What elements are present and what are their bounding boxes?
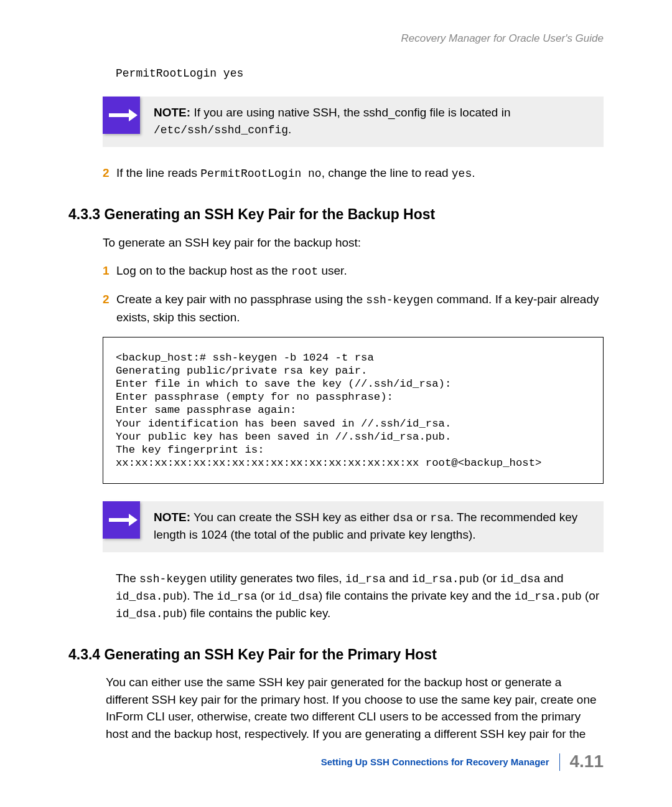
heading-434: 4.3.4 Generating an SSH Key Pair for the…	[68, 644, 604, 665]
note-body-b: or	[413, 511, 430, 524]
step-row-permit-change: 2 If the line reads PermitRootLogin no, …	[103, 164, 604, 182]
step-row-keygen: 2 Create a key pair with no passphrase u…	[103, 291, 604, 326]
t: The	[116, 572, 139, 585]
para-generated-files: The ssh-keygen utility generates two fil…	[116, 570, 604, 622]
c: id_dsa.pub	[116, 590, 183, 603]
heading-433: 4.3.3 Generating an SSH Key Pair for the…	[68, 204, 604, 225]
t: ) file contains the private key and the	[319, 589, 515, 602]
t: ) file contains the public key.	[183, 606, 330, 620]
step-text-b: user.	[318, 264, 347, 277]
note-body-b: .	[288, 123, 291, 136]
code-permitrootlogin: PermitRootLogin yes	[116, 65, 604, 82]
c: id_rsa.pub	[515, 590, 582, 603]
note-block-keytype: NOTE: You can create the SSH key as eith…	[103, 501, 604, 552]
note-body-a: You can create the SSH key as either	[190, 511, 393, 524]
svg-marker-3	[129, 514, 138, 526]
c: id_rsa.pub	[412, 573, 479, 585]
step-number: 2	[103, 291, 116, 326]
note-code-path: /etc/ssh/sshd_config	[154, 124, 288, 136]
t: (or	[479, 572, 500, 585]
note-arrow-icon	[103, 97, 140, 134]
note-text: NOTE: If you are using native SSH, the s…	[140, 97, 604, 148]
note-block-ssh-config: NOTE: If you are using native SSH, the s…	[103, 97, 604, 148]
c: id_rsa	[345, 573, 386, 585]
page-footer: Setting Up SSH Connections for Recovery …	[321, 749, 604, 775]
para-434: You can either use the same SSH key pair…	[106, 674, 604, 742]
note-text: NOTE: You can create the SSH key as eith…	[140, 501, 604, 552]
footer-page-number: 4.11	[570, 749, 604, 775]
step-text-a: Create a key pair with no passphrase usi…	[116, 293, 366, 306]
step-code-2: yes	[452, 168, 472, 180]
step-number: 2	[103, 164, 116, 182]
t: and	[386, 572, 412, 585]
c: id_dsa	[278, 590, 319, 603]
c: ssh-keygen	[139, 573, 207, 585]
note-label: NOTE:	[154, 511, 190, 524]
note-body-a: If you are using native SSH, the sshd_co…	[190, 106, 510, 119]
t: and	[541, 572, 564, 585]
note-label: NOTE:	[154, 106, 190, 119]
step-text-a: If the line reads	[116, 166, 200, 179]
t: (or	[257, 589, 278, 602]
step-code-keygen: ssh-keygen	[366, 294, 433, 306]
step-code-root: root	[291, 265, 318, 278]
t: (or	[582, 589, 600, 602]
note-arrow-icon	[103, 501, 140, 539]
c: id_dsa.pub	[116, 608, 183, 620]
t: utility generates two files,	[207, 572, 345, 585]
svg-marker-1	[129, 109, 138, 121]
step-body: If the line reads PermitRootLogin no, ch…	[116, 164, 604, 182]
step-text-c: .	[472, 166, 475, 179]
c: id_rsa	[217, 590, 258, 603]
step-code-1: PermitRootLogin no	[200, 168, 321, 180]
note-code-rsa: rsa	[430, 512, 450, 524]
doc-header-title: Recovery Manager for Oracle User's Guide	[68, 31, 604, 47]
footer-divider	[559, 753, 560, 771]
step-text-b: , change the line to read	[322, 166, 452, 179]
step-number: 1	[103, 262, 116, 280]
step-row-logon-root: 1 Log on to the backup host as the root …	[103, 262, 604, 280]
code-block-sshkeygen: <backup_host:# ssh-keygen -b 1024 -t rsa…	[103, 337, 604, 484]
note-code-dsa: dsa	[393, 512, 413, 524]
footer-section-title: Setting Up SSH Connections for Recovery …	[321, 755, 549, 769]
step-body: Create a key pair with no passphrase usi…	[116, 291, 604, 326]
t: ). The	[183, 589, 217, 602]
c: id_dsa	[500, 573, 541, 585]
step-text-a: Log on to the backup host as the	[116, 264, 291, 277]
step-body: Log on to the backup host as the root us…	[116, 262, 604, 280]
intro-433: To generate an SSH key pair for the back…	[103, 234, 604, 252]
